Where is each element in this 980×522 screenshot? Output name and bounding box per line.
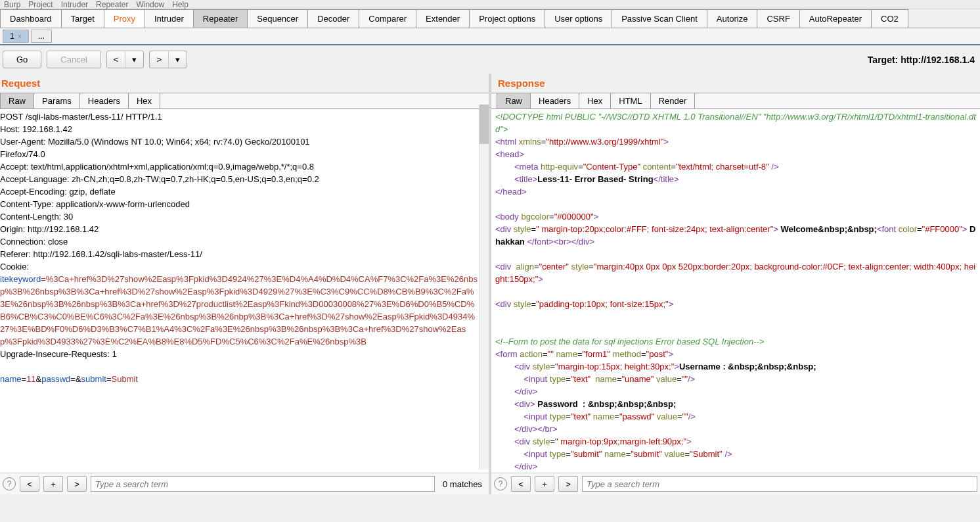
req-line: Accept: text/html,application/xhtml+xml,…: [0, 162, 314, 172]
go-button[interactable]: Go: [3, 51, 41, 68]
cancel-button[interactable]: Cancel: [47, 51, 100, 68]
response-footer: ? < + >: [491, 473, 980, 494]
req-line: POST /sqli-labs-master/Less-11/ HTTP/1.1: [0, 112, 162, 122]
req-line: Cookie:: [0, 262, 29, 272]
subtab-1[interactable]: 1×: [3, 30, 29, 43]
subtab-add[interactable]: ...: [31, 30, 52, 43]
req-line: Content-Type: application/x-www-form-url…: [0, 199, 190, 209]
tab-co2[interactable]: CO2: [871, 9, 908, 28]
search-add-button[interactable]: +: [43, 476, 63, 492]
search-input[interactable]: [582, 476, 977, 492]
body-key: name: [0, 374, 22, 384]
tab-extender[interactable]: Extender: [416, 9, 470, 28]
menu-window[interactable]: Window: [136, 0, 164, 9]
tab-target[interactable]: Target: [61, 9, 104, 28]
res-tab-headers[interactable]: Headers: [530, 93, 579, 109]
dropdown-icon[interactable]: ▾: [169, 51, 187, 68]
search-add-button[interactable]: +: [535, 476, 554, 492]
tab-decoder[interactable]: Decoder: [307, 9, 359, 28]
scroll-thumb[interactable]: [479, 105, 489, 144]
request-pane: Request Raw Params Headers Hex POST /sql…: [0, 74, 491, 494]
cookie-key: itekeyword: [0, 274, 41, 284]
menu-help[interactable]: Help: [172, 0, 189, 9]
req-line: Connection: close: [0, 237, 68, 247]
req-tab-hex[interactable]: Hex: [128, 93, 160, 109]
request-view-tabs: Raw Params Headers Hex: [0, 93, 489, 109]
body-key: submit: [81, 374, 106, 384]
search-next-button[interactable]: >: [558, 476, 578, 492]
tab-project-options[interactable]: Project options: [469, 9, 545, 28]
tab-sequencer[interactable]: Sequencer: [247, 9, 308, 28]
req-line: Host: 192.168.1.42: [0, 124, 72, 134]
help-icon[interactable]: ?: [3, 477, 16, 490]
response-editor[interactable]: <!DOCTYPE html PUBLIC "-//W3C//DTD XHTML…: [491, 109, 980, 473]
search-prev-button[interactable]: <: [511, 476, 531, 492]
editor-panes: Request Raw Params Headers Hex POST /sql…: [0, 74, 980, 494]
menu-intruder[interactable]: Intruder: [61, 0, 88, 9]
body-val: 11: [26, 374, 35, 384]
search-next-button[interactable]: >: [67, 476, 87, 492]
req-line: Upgrade-Insecure-Requests: 1: [0, 349, 117, 359]
req-tab-params[interactable]: Params: [33, 93, 80, 109]
tab-autorepeater[interactable]: AutoRepeater: [799, 9, 872, 28]
chevron-left-icon[interactable]: <: [107, 51, 126, 68]
tab-intruder[interactable]: Intruder: [145, 9, 194, 28]
tab-user-options[interactable]: User options: [545, 9, 612, 28]
repeater-subtabs: 1× ...: [0, 28, 980, 45]
help-icon[interactable]: ?: [494, 477, 507, 490]
cookie-value: =%3Ca+href%3D%27show%2Easp%3Fpkid%3D4924…: [0, 274, 478, 346]
body-key: passwd: [41, 374, 70, 384]
req-tab-raw[interactable]: Raw: [0, 93, 34, 109]
back-button[interactable]: <▾: [106, 51, 145, 68]
res-tab-hex[interactable]: Hex: [579, 93, 611, 109]
menubar[interactable]: Burp Project Intruder Repeater Window He…: [0, 0, 980, 9]
target-label[interactable]: Target: http://192.168.1.4: [868, 55, 977, 65]
req-line: Referer: http://192.168.1.42/sqli-labs-m…: [0, 249, 202, 259]
response-view-tabs: Raw Headers Hex HTML Render: [491, 93, 980, 109]
tab-dashboard[interactable]: Dashboard: [0, 9, 62, 28]
tab-repeater[interactable]: Repeater: [193, 9, 248, 28]
main-tabs: Dashboard Target Proxy Intruder Repeater…: [0, 9, 980, 28]
menu-project[interactable]: Project: [28, 0, 53, 9]
menu-repeater[interactable]: Repeater: [96, 0, 128, 9]
req-tab-headers[interactable]: Headers: [79, 93, 129, 109]
req-line: Accept-Language: zh-CN,zh;q=0.8,zh-TW;q=…: [0, 174, 319, 184]
match-count: 0 matches: [439, 479, 486, 489]
tab-passive-scan[interactable]: Passive Scan Client: [612, 9, 707, 28]
tab-csrf[interactable]: CSRF: [757, 9, 799, 28]
forward-button[interactable]: >▾: [149, 51, 187, 68]
tab-autorize[interactable]: Autorize: [707, 9, 758, 28]
response-pane: Response Raw Headers Hex HTML Render <!D…: [491, 74, 980, 494]
dropdown-icon[interactable]: ▾: [125, 51, 143, 68]
request-footer: ? < + > 0 matches: [0, 473, 489, 494]
req-line: Origin: http://192.168.1.42: [0, 224, 99, 234]
menu-burp[interactable]: Burp: [4, 0, 20, 9]
res-tab-raw[interactable]: Raw: [497, 93, 531, 109]
scrollbar[interactable]: [479, 105, 489, 469]
close-icon[interactable]: ×: [18, 32, 22, 40]
res-tab-html[interactable]: HTML: [610, 93, 650, 109]
req-line: Content-Length: 30: [0, 212, 73, 222]
req-line: User-Agent: Mozilla/5.0 (Windows NT 10.0…: [0, 137, 310, 147]
action-bar: Go Cancel <▾ >▾ Target: http://192.168.1…: [0, 45, 980, 74]
tab-proxy[interactable]: Proxy: [104, 9, 145, 28]
req-line: Accept-Encoding: gzip, deflate: [0, 187, 116, 197]
tab-comparer[interactable]: Comparer: [359, 9, 416, 28]
request-title: Request: [0, 74, 489, 93]
response-title: Response: [491, 74, 980, 93]
request-editor[interactable]: POST /sqli-labs-master/Less-11/ HTTP/1.1…: [0, 109, 489, 473]
search-input[interactable]: [91, 476, 435, 492]
chevron-right-icon[interactable]: >: [150, 51, 169, 68]
res-tab-render[interactable]: Render: [650, 93, 696, 109]
search-prev-button[interactable]: <: [20, 476, 39, 492]
req-line: Firefox/74.0: [0, 149, 45, 159]
subtab-label: 1: [10, 32, 14, 41]
body-val: Submit: [112, 374, 138, 384]
